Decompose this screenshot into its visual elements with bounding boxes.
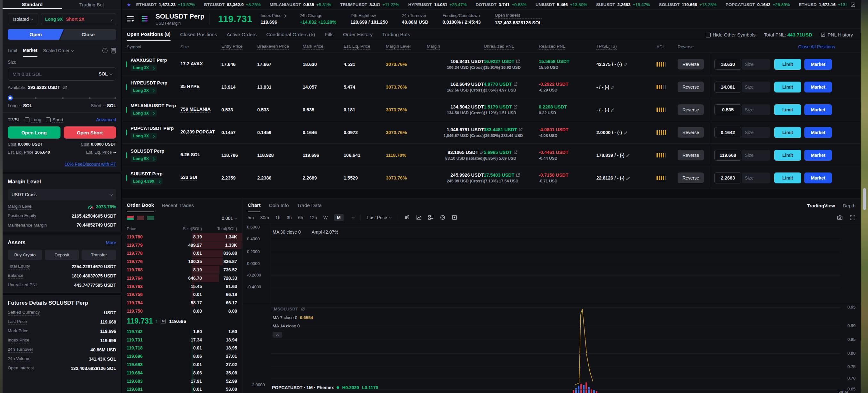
column-header[interactable]: Est. Liq. Price [344, 44, 370, 50]
close-limit-button[interactable]: Limit [774, 173, 801, 183]
close-price-input[interactable] [714, 82, 741, 92]
size-slider[interactable] [8, 95, 116, 100]
hide-other-symbols-checkbox[interactable]: Hide Other Symbols [706, 32, 755, 37]
external-link-icon[interactable] [514, 82, 517, 86]
close-market-button[interactable]: Market [804, 173, 832, 183]
edit-pencil-icon[interactable] [626, 176, 630, 180]
close-limit-button[interactable]: Limit [774, 127, 801, 138]
size-unit-select[interactable]: SOL [98, 71, 112, 77]
column-header[interactable]: Unrealized PNL [484, 44, 514, 50]
tab-chart[interactable]: Chart [248, 199, 260, 212]
reverse-button[interactable]: Reverse [678, 173, 704, 183]
tab-conditional-orders-5-[interactable]: Conditional Orders (5) [266, 29, 315, 41]
column-header[interactable]: ADL [656, 44, 665, 49]
timeframe-5m[interactable]: 5m [248, 215, 254, 220]
margin-account-select[interactable]: USDT Cross [8, 189, 116, 200]
position-symbol[interactable]: AVAXUSDT PerpLong 3X [127, 58, 181, 71]
ticker-item[interactable]: UNIUSDT5.466+13.80% [535, 2, 587, 7]
snapshot-camera-icon[interactable] [837, 215, 843, 220]
position-symbol[interactable]: MELANIAUSDT PerpLong 3X [127, 103, 181, 117]
pane-collapse-button[interactable] [273, 332, 282, 338]
orderbook-ask-row[interactable]: 119.7508.008.00 [122, 307, 242, 315]
external-link-icon[interactable] [516, 173, 520, 177]
close-size-input[interactable] [742, 150, 770, 161]
ticker-expand-icon[interactable] [850, 2, 856, 7]
column-header[interactable]: Reverse [678, 44, 694, 49]
column-header[interactable]: Mark Price [303, 44, 323, 50]
open-long-button[interactable]: Open Long [8, 126, 60, 139]
orderbook-ask-row[interactable]: 119.764646.70728.33 [122, 274, 242, 282]
column-header[interactable]: Realised PNL [539, 44, 565, 50]
scrollbar-thumb[interactable] [863, 188, 866, 210]
leverage-select[interactable]: Long 9X Short 2X [41, 13, 116, 25]
external-link-icon[interactable] [514, 150, 517, 154]
edit-pencil-icon[interactable] [626, 154, 630, 157]
price-source-select[interactable]: Last Price [367, 215, 391, 220]
symbol-block[interactable]: SOLUSDT Perp USDT-Margin [155, 12, 205, 26]
external-link-icon[interactable] [519, 128, 523, 131]
orderbook-bid-row[interactable]: 119.68317.9152.99 [122, 377, 242, 385]
add-pane-icon[interactable] [452, 215, 457, 220]
open-short-button[interactable]: Open Short [64, 126, 117, 139]
tab-closed-positions[interactable]: Closed Positions [180, 29, 217, 41]
detail-label[interactable]: Open Interest [8, 365, 34, 371]
size-input[interactable] [12, 71, 98, 77]
calculator-icon[interactable] [111, 48, 116, 54]
orderbook-view-asks-icon[interactable] [137, 216, 144, 221]
ticker-item[interactable]: TRUMPUSDT8.341+11.22% [340, 2, 399, 7]
candle-style-icon[interactable] [404, 215, 410, 220]
alert-target-icon[interactable] [440, 215, 445, 220]
tab-limit[interactable]: Limit [8, 44, 17, 57]
close-mode-button[interactable]: Close [60, 29, 116, 40]
timeframe-1h[interactable]: 1h [276, 215, 281, 220]
ticker-item[interactable]: BTCUSDT83,362.9+8.25% [204, 2, 260, 7]
close-size-input[interactable] [742, 82, 770, 92]
tab-order-book[interactable]: Order Book [127, 199, 154, 212]
detail-label[interactable]: Settled Currency [8, 310, 40, 315]
side-leverage-badge[interactable]: Long 3X [130, 65, 157, 71]
close-size-input[interactable] [742, 127, 770, 138]
orderbook-ask-row[interactable]: 119.779499.271.33K [122, 241, 242, 249]
close-limit-button[interactable]: Limit [774, 59, 801, 70]
detail-label[interactable]: Mark Price [8, 328, 29, 334]
tab-coin-info[interactable]: Coin Info [269, 199, 288, 212]
detail-label[interactable]: Index Price [8, 338, 29, 343]
edit-pencil-icon[interactable] [611, 86, 615, 89]
reverse-button[interactable]: Reverse [678, 59, 704, 69]
line-chart-icon[interactable] [416, 215, 422, 220]
orderbook-ask-row[interactable]: 119.776100.35836.87 [122, 257, 242, 266]
external-link-icon[interactable] [516, 60, 520, 63]
orderbook-ask-row[interactable]: 119.7688.19736.52 [122, 266, 242, 274]
orderbook-bid-row[interactable]: 119.6848.0635.08 [122, 369, 242, 377]
tab-tradingview[interactable]: TradingView [807, 203, 835, 208]
column-header[interactable]: Margin Level [386, 44, 410, 50]
tpsl-long-checkbox[interactable]: Long [25, 117, 41, 122]
tab-market[interactable]: Market [23, 44, 37, 57]
tpsl-value[interactable]: 178.839 / - (-) [596, 153, 656, 158]
tab-trade-data[interactable]: Trade Data [297, 199, 322, 212]
ticker-item[interactable]: SUIUSDT2.2683+15.47% [596, 2, 650, 7]
tab-trading-bots[interactable]: Trading Bots [382, 29, 410, 41]
tab-fills[interactable]: Fills [325, 29, 334, 41]
close-price-input[interactable] [714, 150, 741, 161]
fullscreen-icon[interactable] [850, 215, 856, 220]
tab-order-history[interactable]: Order History [343, 29, 372, 41]
pnl-history-link[interactable]: PNL History [820, 32, 853, 37]
close-price-input[interactable] [714, 127, 741, 138]
buy-crypto-button[interactable]: Buy Crypto [8, 250, 42, 260]
ticker-item[interactable]: DOTUSDT3.741+9.83% [476, 2, 527, 7]
advanced-link[interactable]: Advanced [96, 117, 116, 122]
close-all-positions-link[interactable]: Close All Positions [798, 44, 835, 49]
external-link-icon[interactable] [514, 105, 517, 109]
tab-active-orders[interactable]: Active Orders [226, 29, 257, 41]
orderbook-grouping-select[interactable]: 0.001 [222, 216, 237, 221]
column-header[interactable]: Size [181, 44, 189, 49]
column-header[interactable]: Symbol [127, 44, 141, 49]
column-header[interactable]: Entry Price [221, 44, 243, 50]
close-market-button[interactable]: Market [804, 150, 832, 161]
side-leverage-badge[interactable]: Long 9X [130, 155, 157, 162]
reverse-button[interactable]: Reverse [678, 82, 704, 92]
detail-label[interactable]: Last Price [8, 319, 27, 325]
orderbook-view-bids-icon[interactable] [147, 216, 154, 221]
orderbook-ask-row[interactable]: 119.76315.4581.63 [122, 282, 242, 291]
